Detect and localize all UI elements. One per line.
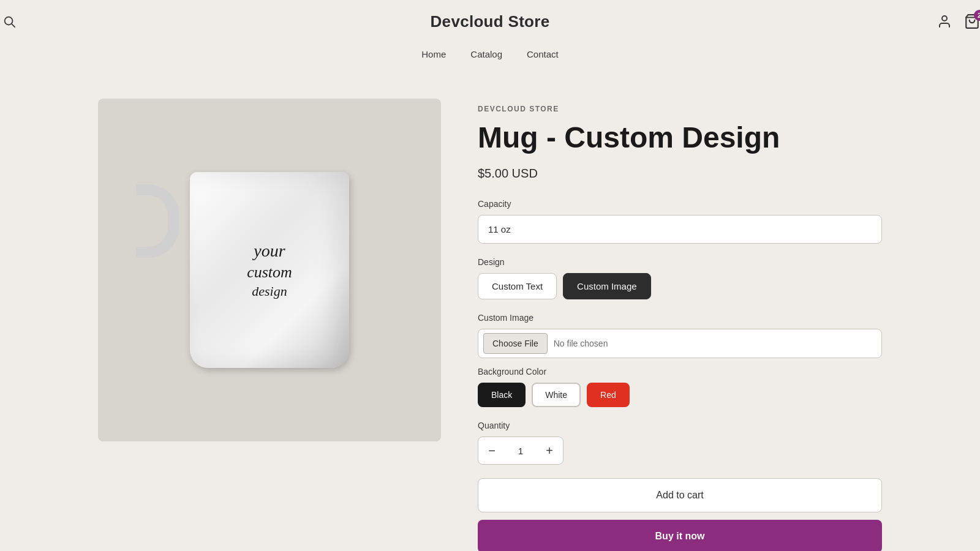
product-title: Mug - Custom Design xyxy=(478,121,882,154)
nav-contact[interactable]: Contact xyxy=(527,49,559,59)
design-label: Design xyxy=(478,257,882,267)
svg-line-1 xyxy=(12,24,15,28)
brand-label: DEVCLOUD STORE xyxy=(478,105,882,113)
design-custom-text-btn[interactable]: Custom Text xyxy=(478,273,557,299)
mug-illustration: your custom design xyxy=(172,148,368,392)
svg-point-2 xyxy=(942,16,947,21)
header: Devcloud Store 2 Home Catalog Contact xyxy=(0,0,980,68)
custom-image-label: Custom Image xyxy=(478,313,882,323)
store-title: Devcloud Store xyxy=(431,12,550,31)
capacity-select[interactable]: 11 oz 15 oz xyxy=(478,215,882,244)
bg-color-label: Background Color xyxy=(478,367,882,377)
product-image-wrapper: your custom design xyxy=(98,99,441,551)
buy-now-button[interactable]: Buy it now xyxy=(478,520,882,551)
quantity-label: Quantity xyxy=(478,421,882,430)
quantity-increase-btn[interactable]: + xyxy=(536,437,563,464)
color-red-btn[interactable]: Red xyxy=(587,383,630,407)
svg-point-0 xyxy=(5,17,13,25)
product-price: $5.00 USD xyxy=(478,167,882,181)
file-input-wrapper: Choose File No file chosen xyxy=(478,329,882,358)
search-button[interactable] xyxy=(0,12,18,31)
mug-line3: design xyxy=(247,283,292,301)
choose-file-button[interactable]: Choose File xyxy=(483,333,548,354)
mug-text: your custom design xyxy=(247,240,292,301)
design-options: Custom Text Custom Image xyxy=(478,273,882,299)
nav-catalog[interactable]: Catalog xyxy=(470,49,502,59)
capacity-label: Capacity xyxy=(478,199,882,209)
quantity-decrease-btn[interactable]: − xyxy=(478,437,505,464)
cart-button[interactable]: 2 xyxy=(964,13,980,29)
color-black-btn[interactable]: Black xyxy=(478,383,526,407)
mug-line2: custom xyxy=(247,262,292,283)
color-white-btn[interactable]: White xyxy=(532,383,581,407)
product-details: DEVCLOUD STORE Mug - Custom Design $5.00… xyxy=(478,99,882,551)
main-content: your custom design DEVCLOUD STORE Mug - … xyxy=(0,68,980,551)
no-file-text: No file chosen xyxy=(554,339,608,348)
account-icon xyxy=(937,14,952,29)
search-icon xyxy=(2,15,16,28)
color-options: Black White Red xyxy=(478,383,882,407)
quantity-control: − 1 + xyxy=(478,437,564,465)
product-image: your custom design xyxy=(98,99,441,441)
main-nav: Home Catalog Contact xyxy=(0,40,980,68)
header-left xyxy=(0,12,18,31)
add-to-cart-button[interactable]: Add to cart xyxy=(478,478,882,512)
design-custom-image-btn[interactable]: Custom Image xyxy=(563,273,651,299)
account-button[interactable] xyxy=(937,14,952,29)
header-right: 2 xyxy=(937,13,980,29)
quantity-value: 1 xyxy=(505,446,536,456)
mug-handle xyxy=(136,184,179,258)
mug-line1: your xyxy=(247,240,292,262)
nav-home[interactable]: Home xyxy=(421,49,446,59)
mug-body: your custom design xyxy=(190,172,349,368)
